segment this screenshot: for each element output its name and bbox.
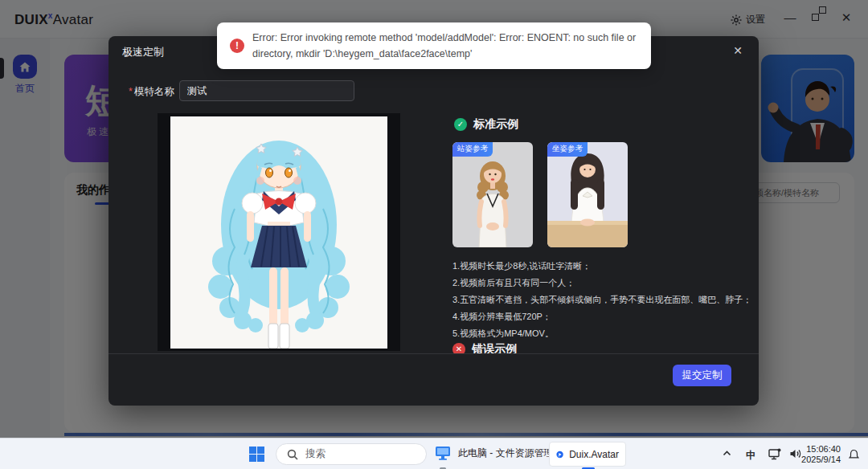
file-explorer-icon <box>434 444 452 462</box>
error-example-header: ✕ 错误示例 <box>452 342 517 353</box>
dialog-footer: 提交定制 <box>108 353 759 406</box>
standard-example-title: 标准示例 <box>473 117 518 132</box>
anime-girl-preview-image <box>170 116 387 349</box>
search-placeholder: 搜索 <box>305 447 326 461</box>
taskbar-file-explorer[interactable]: 此电脑 - 文件资源管理器 <box>434 444 563 462</box>
standard-example-header: ✓ 标准示例 <box>454 117 518 132</box>
error-toast-message: Error: Error invoking remote method 'mod… <box>252 22 638 69</box>
model-name-label: *模特名称 <box>129 85 174 99</box>
model-name-input[interactable] <box>179 80 354 101</box>
quick-customize-dialog: 极速定制 ✕ *模特名称 <box>108 36 759 406</box>
standing-pose-reference: 站姿参考 <box>452 142 533 247</box>
taskbar-search[interactable]: 搜索 <box>276 443 427 465</box>
search-icon <box>287 449 298 460</box>
error-icon: ! <box>230 39 244 53</box>
error-example-title: 错误示例 <box>472 342 517 353</box>
tip-item: 1.视频时长最少8秒,说话吐字清晰； <box>452 258 759 275</box>
duix-avatar-label: Duix.Avatar <box>569 449 619 460</box>
tip-item: 3.五官清晰不遮挡，头部不倾斜或侧向，手势不要出现在面部、嘴巴、脖子； <box>452 292 759 308</box>
hidden-icons-chevron[interactable] <box>722 448 732 459</box>
submit-customization-button[interactable]: 提交定制 <box>673 365 731 386</box>
taskbar-clock[interactable]: 15:06:40 2025/9/14 <box>792 444 841 465</box>
windows-taskbar: 搜索 此电脑 - 文件资源管理器 Duix.Avatar 中 15:06:40 … <box>0 438 868 469</box>
error-example-icon: ✕ <box>452 343 465 353</box>
screen: DUIXxAvatar 设置 — ✕ 首页 短 极速 <box>0 0 868 469</box>
notifications-bell-icon[interactable] <box>848 448 860 460</box>
taskbar-duix-avatar[interactable]: Duix.Avatar <box>549 442 626 467</box>
ime-indicator[interactable]: 中 <box>746 449 756 463</box>
upload-requirements-list: 1.视频时长最少8秒,说话吐字清晰； 2.视频前后有且只有同一个人； 3.五官清… <box>452 258 759 342</box>
uploaded-video-preview <box>158 113 400 351</box>
clock-time: 15:06:40 <box>792 444 841 455</box>
dialog-title: 极速定制 <box>122 45 164 59</box>
close-icon: ✕ <box>733 44 743 57</box>
tip-item: 4.视频分辨率最低720P； <box>452 308 759 325</box>
dialog-close-button[interactable]: ✕ <box>728 41 747 60</box>
start-button[interactable] <box>249 447 264 462</box>
tip-item: 2.视频前后有且只有同一个人； <box>452 275 759 292</box>
error-toast: ! Error: Error invoking remote method 'm… <box>217 22 651 69</box>
tip-item: 5.视频格式为MP4/MOV。 <box>452 325 759 342</box>
sitting-woman-photo <box>547 142 628 247</box>
sitting-pose-reference: 坐姿参考 <box>547 142 628 247</box>
clock-date: 2025/9/14 <box>792 455 841 465</box>
standing-woman-photo <box>452 142 533 247</box>
required-asterisk: * <box>129 86 133 97</box>
windows-logo-icon <box>249 447 256 454</box>
check-icon: ✓ <box>454 118 467 131</box>
file-explorer-label: 此电脑 - 文件资源管理器 <box>458 447 563 460</box>
standing-pose-badge: 站姿参考 <box>452 142 493 157</box>
duix-avatar-icon <box>556 447 563 462</box>
dialog-content: 极速定制 ✕ *模特名称 <box>108 36 759 353</box>
sitting-pose-badge: 坐姿参考 <box>547 142 588 157</box>
network-icon[interactable] <box>768 448 782 460</box>
